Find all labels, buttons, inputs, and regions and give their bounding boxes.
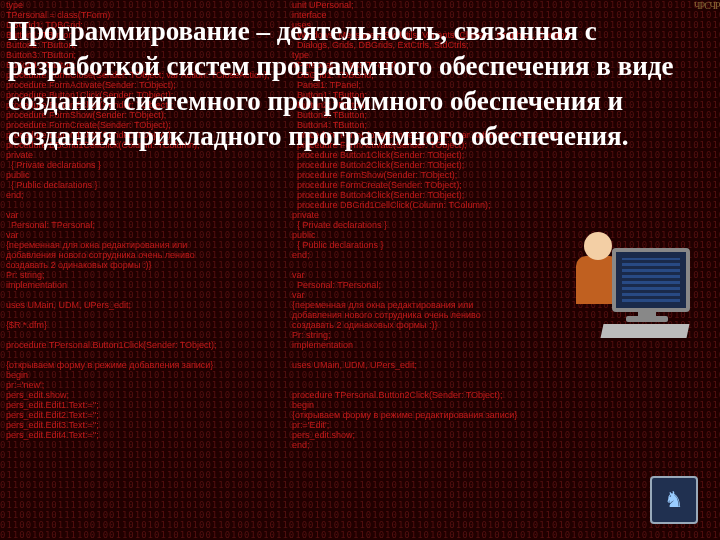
computer-icon: ♞ — [650, 476, 698, 524]
slide-content: type TPersonal = class(TForm) DBGrid1: T… — [0, 0, 720, 540]
main-paragraph: Программирование – деятельность, связанн… — [8, 14, 710, 154]
person-at-computer-illustration — [574, 224, 692, 342]
